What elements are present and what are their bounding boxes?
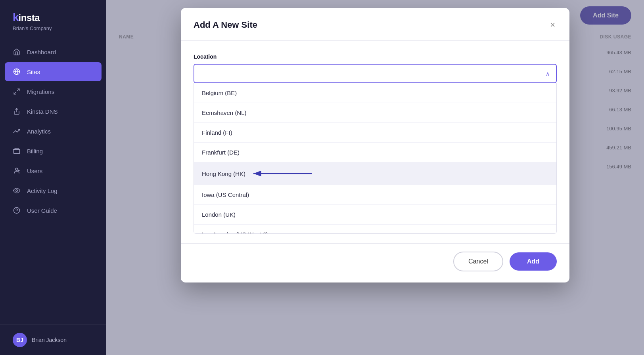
location-select-container[interactable]: ∧ — [194, 64, 557, 83]
svg-point-9 — [16, 190, 18, 192]
home-icon — [13, 48, 21, 56]
sidebar-item-dashboard[interactable]: Dashboard — [0, 42, 106, 61]
user-name-label: Brian Jackson — [32, 337, 67, 343]
modal: Add A New Site × Location ∧ Belgium (BE)… — [181, 8, 569, 282]
sidebar-item-activity-log[interactable]: Activity Log — [0, 181, 106, 200]
location-dropdown: Belgium (BE) Eemshaven (NL) Finland (FI)… — [194, 83, 557, 234]
users-icon — [13, 167, 21, 175]
sidebar-item-label: Dashboard — [27, 49, 56, 55]
main-content: Add Site NAME LOCATION VISITS DISK USAGE… — [106, 0, 644, 355]
svg-point-6 — [15, 168, 18, 170]
arrow-annotation — [250, 169, 314, 178]
sidebar-item-users[interactable]: Users — [0, 161, 106, 180]
logo: kinsta — [13, 11, 94, 24]
activity-icon — [13, 187, 21, 195]
dropdown-item-la[interactable]: Los Angeles (US West 2) — [194, 225, 556, 234]
modal-title: Add A New Site — [194, 20, 257, 30]
sidebar: kinsta Brian's Company Dashboard Sites — [0, 0, 106, 355]
dropdown-item-hk[interactable]: Hong Kong (HK) — [194, 162, 556, 185]
svg-line-2 — [17, 89, 19, 91]
sidebar-item-label: Migrations — [27, 88, 54, 95]
sidebar-item-migrations[interactable]: Migrations — [0, 82, 106, 101]
avatar: BJ — [13, 333, 27, 347]
sidebar-item-label: Activity Log — [27, 187, 58, 194]
modal-footer: Cancel Add — [181, 243, 569, 282]
sidebar-nav: Dashboard Sites Migrations — [0, 38, 106, 324]
sidebar-item-sites[interactable]: Sites — [5, 62, 102, 81]
cancel-button[interactable]: Cancel — [453, 252, 503, 271]
chevron-up-icon: ∧ — [546, 71, 550, 77]
sidebar-item-label: Kinsta DNS — [27, 108, 58, 115]
analytics-icon — [13, 127, 21, 135]
sidebar-item-label: Sites — [27, 69, 40, 75]
sidebar-item-kinsta-dns[interactable]: Kinsta DNS — [0, 102, 106, 121]
sidebar-footer: BJ Brian Jackson — [0, 324, 106, 355]
guide-icon — [13, 206, 21, 214]
add-button[interactable]: Add — [510, 252, 557, 271]
sidebar-item-user-guide[interactable]: User Guide — [0, 201, 106, 220]
sidebar-item-billing[interactable]: Billing — [0, 141, 106, 160]
svg-line-3 — [14, 92, 16, 94]
dropdown-item-us-central[interactable]: Iowa (US Central) — [194, 185, 556, 205]
dns-icon — [13, 107, 21, 115]
dropdown-item-de[interactable]: Frankfurt (DE) — [194, 143, 556, 162]
sidebar-item-label: Billing — [27, 148, 43, 155]
sidebar-item-analytics[interactable]: Analytics — [0, 122, 106, 141]
close-button[interactable]: × — [548, 19, 557, 31]
svg-rect-5 — [14, 149, 20, 154]
dropdown-item-nl[interactable]: Eemshaven (NL) — [194, 103, 556, 123]
logo-container: kinsta Brian's Company — [0, 0, 106, 38]
modal-header: Add A New Site × — [181, 8, 569, 41]
company-name: Brian's Company — [13, 25, 94, 31]
dropdown-item-uk[interactable]: London (UK) — [194, 205, 556, 225]
dropdown-item-be[interactable]: Belgium (BE) — [194, 83, 556, 103]
billing-icon — [13, 147, 21, 155]
modal-body: Location ∧ Belgium (BE) Eemshaven (NL) F… — [181, 41, 569, 243]
dropdown-item-fi[interactable]: Finland (FI) — [194, 123, 556, 143]
location-input[interactable] — [194, 65, 556, 82]
modal-overlay: Add A New Site × Location ∧ Belgium (BE)… — [106, 0, 644, 355]
sidebar-item-label: Users — [27, 168, 42, 174]
migrations-icon — [13, 88, 21, 95]
sites-icon — [13, 68, 21, 76]
sidebar-item-label: User Guide — [27, 207, 57, 214]
sidebar-item-label: Analytics — [27, 128, 51, 135]
location-label: Location — [194, 53, 557, 60]
